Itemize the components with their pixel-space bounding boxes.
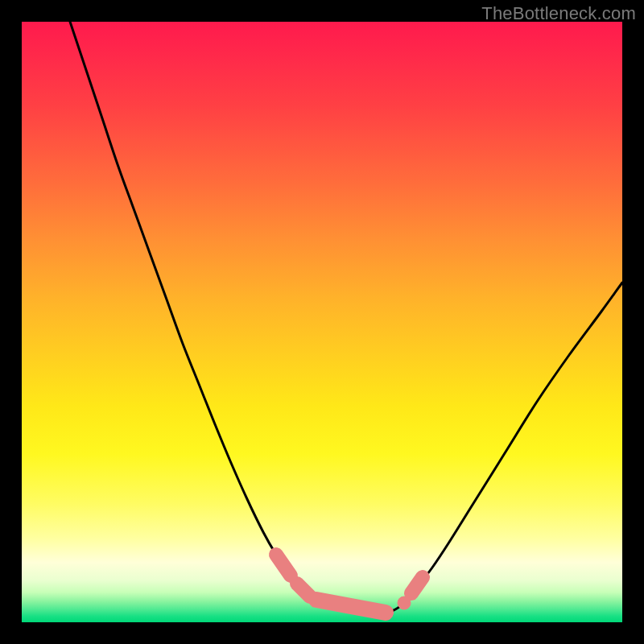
curve-marker-capsule: [316, 600, 386, 613]
chart-svg: [22, 22, 622, 622]
curve-marker-capsule: [411, 577, 423, 593]
chart-plot-area: [22, 22, 622, 622]
chart-frame: TheBottleneck.com: [0, 0, 644, 644]
curve-marker-capsule: [297, 584, 310, 597]
watermark-text: TheBottleneck.com: [481, 3, 636, 24]
curve-markers: [276, 555, 423, 613]
bottleneck-curve: [70, 22, 622, 614]
curve-marker-capsule: [276, 555, 291, 576]
